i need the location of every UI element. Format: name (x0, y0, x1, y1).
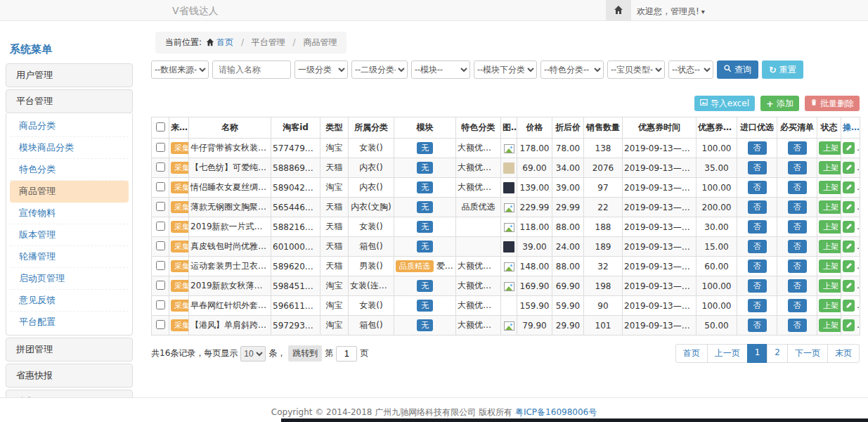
add-button[interactable]: + 添加 (760, 96, 799, 111)
edit-button[interactable] (843, 201, 855, 213)
must-buy-toggle-button[interactable]: 否 (788, 181, 807, 194)
status-button[interactable]: 上架 (819, 240, 841, 253)
sidebar-subitem[interactable]: 轮播管理 (10, 246, 129, 268)
filter-select-status[interactable]: --状态-- (668, 60, 713, 79)
filter-select-level2[interactable]: --二级分类-- (351, 60, 408, 79)
must-buy-cell: 否 (777, 139, 817, 158)
must-buy-toggle-button[interactable]: 否 (788, 161, 807, 174)
imported-toggle-button[interactable]: 否 (748, 181, 767, 194)
status-button[interactable]: 上架 (819, 260, 841, 273)
filter-select-module-sub[interactable]: --模块下分类-- (474, 60, 537, 79)
row-checkbox[interactable] (156, 222, 165, 231)
imported-toggle-button[interactable]: 否 (748, 141, 767, 155)
edit-icon (846, 182, 853, 193)
sidebar-subitem[interactable]: 商品分类 (10, 115, 129, 137)
select-all-checkbox[interactable] (156, 122, 165, 132)
trash-icon (860, 182, 860, 193)
coupon-amount-cell: 35.00 (697, 158, 737, 178)
edit-button[interactable] (843, 280, 855, 292)
row-checkbox[interactable] (156, 281, 165, 290)
row-checkbox[interactable] (156, 202, 165, 211)
filter-select-feature[interactable]: --特色分类-- (540, 60, 604, 79)
row-checkbox[interactable] (156, 162, 165, 172)
imported-toggle-button[interactable]: 否 (748, 240, 767, 253)
sales-cell: 188 (584, 217, 623, 237)
filter-select-source[interactable]: --数据来源-- (151, 60, 209, 79)
row-checkbox[interactable] (156, 320, 165, 329)
breadcrumb-home-link[interactable]: 首页 (216, 37, 233, 47)
imported-toggle-button[interactable]: 否 (748, 319, 767, 332)
name-search-input[interactable] (212, 60, 291, 79)
user-menu[interactable]: 欢迎您，管理员!▾ (637, 6, 705, 18)
page-button[interactable]: 下一页 (787, 344, 828, 363)
page-button[interactable]: 末页 (827, 344, 860, 363)
module-badge: 无 (417, 241, 433, 252)
page-button[interactable]: 首页 (675, 344, 708, 363)
imported-toggle-button[interactable]: 否 (748, 299, 767, 312)
edit-button[interactable] (843, 260, 855, 272)
sidebar-group-item[interactable]: 拼团管理 (6, 338, 133, 362)
status-button[interactable]: 上架 (819, 319, 841, 332)
status-cell: 上架 (817, 296, 841, 316)
page-button[interactable]: 2 (767, 344, 788, 363)
sidebar-subitem[interactable]: 启动页管理 (10, 268, 129, 290)
must-buy-toggle-button[interactable]: 否 (788, 299, 807, 312)
status-button[interactable]: 上架 (819, 200, 841, 214)
sidebar-subitem[interactable]: 特色分类 (10, 159, 129, 181)
sidebar-subitem[interactable]: 意见反馈 (10, 290, 129, 312)
jump-button[interactable]: 跳转到 (288, 345, 322, 362)
sidebar-subitem[interactable]: 平台配置 (10, 312, 129, 333)
page-button[interactable]: 上一页 (707, 344, 748, 363)
sidebar-subitem[interactable]: 版本管理 (10, 224, 129, 246)
must-buy-toggle-button[interactable]: 否 (788, 240, 807, 253)
icp-link[interactable]: 粤ICP备16098006号 (515, 407, 597, 417)
sidebar-subitem[interactable]: 模块商品分类 (10, 137, 129, 159)
must-buy-toggle-button[interactable]: 否 (788, 260, 807, 273)
imported-toggle-button[interactable]: 否 (748, 279, 767, 293)
imported-toggle-button[interactable]: 否 (748, 200, 767, 214)
jump-page-input[interactable] (336, 346, 357, 362)
imported-toggle-button[interactable]: 否 (748, 220, 767, 234)
row-checkbox[interactable] (156, 241, 165, 250)
row-checkbox[interactable] (156, 300, 165, 309)
imported-toggle-button[interactable]: 否 (748, 161, 767, 174)
row-checkbox[interactable] (156, 182, 165, 191)
status-button[interactable]: 上架 (819, 279, 841, 293)
edit-button[interactable] (843, 181, 855, 193)
status-button[interactable]: 上架 (819, 181, 841, 194)
row-checkbox[interactable] (156, 143, 165, 152)
source-badge: 采集 (171, 201, 189, 213)
sidebar-subitem[interactable]: 宣传物料 (10, 203, 129, 224)
edit-button[interactable] (843, 221, 855, 233)
status-button[interactable]: 上架 (819, 220, 841, 234)
must-buy-toggle-button[interactable]: 否 (788, 319, 807, 332)
row-checkbox[interactable] (156, 261, 165, 270)
edit-button[interactable] (843, 241, 855, 252)
must-buy-toggle-button[interactable]: 否 (788, 279, 807, 293)
reset-button[interactable]: ↻ 重置 (762, 60, 803, 79)
sidebar-group-item[interactable]: 省惠快报 (6, 364, 133, 388)
imported-toggle-button[interactable]: 否 (748, 260, 767, 273)
must-buy-toggle-button[interactable]: 否 (788, 200, 807, 214)
must-buy-toggle-button[interactable]: 否 (788, 141, 807, 155)
edit-button[interactable] (843, 319, 855, 331)
edit-button[interactable] (843, 142, 855, 154)
page-button-active[interactable]: 1 (747, 344, 768, 363)
sidebar-subitem-active[interactable]: 商品管理 (10, 181, 129, 203)
edit-button[interactable] (843, 300, 855, 312)
status-button[interactable]: 上架 (819, 141, 841, 155)
sidebar-group-item[interactable]: 用户管理 (6, 63, 133, 87)
home-button[interactable] (606, 0, 631, 21)
import-excel-button[interactable]: 导入excel (694, 96, 755, 111)
status-button[interactable]: 上架 (819, 161, 841, 174)
must-buy-toggle-button[interactable]: 否 (788, 220, 807, 234)
filter-select-item-type[interactable]: --宝贝类型-- (607, 60, 665, 79)
status-button[interactable]: 上架 (819, 299, 841, 312)
batch-delete-button[interactable]: 批量删除 (805, 96, 860, 111)
edit-button[interactable] (843, 162, 855, 174)
filter-select-level1[interactable]: 一级分类 (294, 60, 348, 79)
per-page-select[interactable]: 10 (240, 346, 266, 362)
sidebar-group-item[interactable]: 平台管理 (6, 89, 133, 113)
filter-select-module[interactable]: --模块-- (411, 60, 470, 79)
search-button[interactable]: 查询 (717, 60, 758, 79)
